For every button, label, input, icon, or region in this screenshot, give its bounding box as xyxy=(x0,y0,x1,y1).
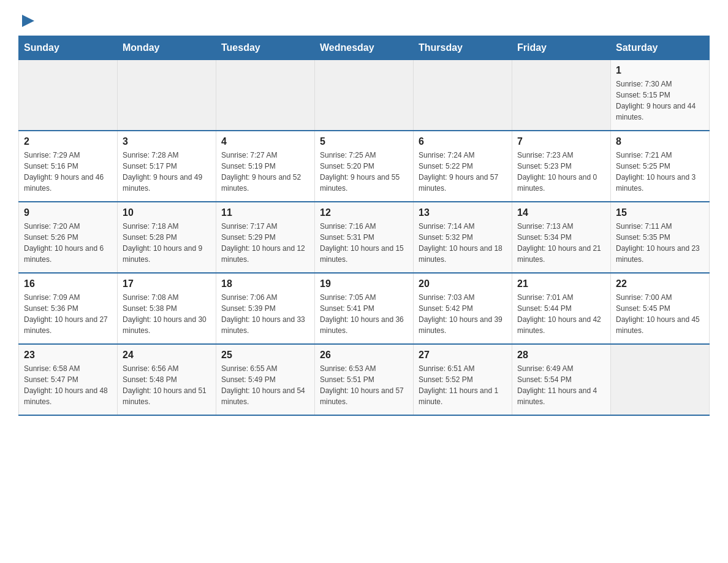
calendar-cell: 13Sunrise: 7:14 AMSunset: 5:32 PMDayligh… xyxy=(414,202,512,273)
column-header-thursday: Thursday xyxy=(414,36,512,60)
calendar-cell: 10Sunrise: 7:18 AMSunset: 5:28 PMDayligh… xyxy=(118,202,216,273)
calendar-cell: 7Sunrise: 7:23 AMSunset: 5:23 PMDaylight… xyxy=(512,131,611,202)
calendar-table: SundayMondayTuesdayWednesdayThursdayFrid… xyxy=(18,36,710,416)
day-number: 15 xyxy=(616,207,704,218)
calendar-cell: 11Sunrise: 7:17 AMSunset: 5:29 PMDayligh… xyxy=(216,202,315,273)
day-header-row: SundayMondayTuesdayWednesdayThursdayFrid… xyxy=(19,36,710,60)
calendar-cell: 4Sunrise: 7:27 AMSunset: 5:19 PMDaylight… xyxy=(216,131,315,202)
calendar-header: SundayMondayTuesdayWednesdayThursdayFrid… xyxy=(19,36,710,60)
calendar-cell xyxy=(216,60,315,131)
column-header-sunday: Sunday xyxy=(19,36,118,60)
calendar-cell xyxy=(19,60,118,131)
week-row-3: 9Sunrise: 7:20 AMSunset: 5:26 PMDaylight… xyxy=(19,202,710,273)
day-number: 9 xyxy=(24,207,112,218)
day-number: 5 xyxy=(320,136,408,147)
calendar-cell: 9Sunrise: 7:20 AMSunset: 5:26 PMDaylight… xyxy=(19,202,118,273)
calendar-cell xyxy=(414,60,512,131)
day-number: 28 xyxy=(517,350,605,361)
day-info: Sunrise: 6:51 AMSunset: 5:52 PMDaylight:… xyxy=(419,363,507,407)
day-number: 26 xyxy=(320,350,408,361)
calendar-cell: 17Sunrise: 7:08 AMSunset: 5:38 PMDayligh… xyxy=(118,273,216,344)
calendar-cell xyxy=(315,60,414,131)
day-number: 13 xyxy=(419,207,507,218)
calendar-cell: 5Sunrise: 7:25 AMSunset: 5:20 PMDaylight… xyxy=(315,131,414,202)
calendar-cell: 8Sunrise: 7:21 AMSunset: 5:25 PMDaylight… xyxy=(611,131,710,202)
calendar-cell: 23Sunrise: 6:58 AMSunset: 5:47 PMDayligh… xyxy=(19,344,118,415)
calendar-cell: 1Sunrise: 7:30 AMSunset: 5:15 PMDaylight… xyxy=(611,60,710,131)
column-header-tuesday: Tuesday xyxy=(216,36,315,60)
day-number: 8 xyxy=(616,136,704,147)
column-header-wednesday: Wednesday xyxy=(315,36,414,60)
day-number: 22 xyxy=(616,278,704,289)
day-info: Sunrise: 6:49 AMSunset: 5:54 PMDaylight:… xyxy=(517,363,605,407)
day-info: Sunrise: 7:21 AMSunset: 5:25 PMDaylight:… xyxy=(616,150,704,194)
calendar-cell: 26Sunrise: 6:53 AMSunset: 5:51 PMDayligh… xyxy=(315,344,414,415)
day-info: Sunrise: 7:08 AMSunset: 5:38 PMDaylight:… xyxy=(123,292,211,336)
day-info: Sunrise: 7:11 AMSunset: 5:35 PMDaylight:… xyxy=(616,221,704,265)
calendar-cell xyxy=(512,60,611,131)
day-info: Sunrise: 7:27 AMSunset: 5:19 PMDaylight:… xyxy=(221,150,309,194)
day-info: Sunrise: 7:23 AMSunset: 5:23 PMDaylight:… xyxy=(517,150,605,194)
day-info: Sunrise: 7:09 AMSunset: 5:36 PMDaylight:… xyxy=(24,292,112,336)
day-number: 24 xyxy=(123,350,211,361)
day-info: Sunrise: 7:13 AMSunset: 5:34 PMDaylight:… xyxy=(517,221,605,265)
calendar-cell: 22Sunrise: 7:00 AMSunset: 5:45 PMDayligh… xyxy=(611,273,710,344)
page-header xyxy=(18,12,710,29)
week-row-4: 16Sunrise: 7:09 AMSunset: 5:36 PMDayligh… xyxy=(19,273,710,344)
calendar-cell: 12Sunrise: 7:16 AMSunset: 5:31 PMDayligh… xyxy=(315,202,414,273)
week-row-1: 1Sunrise: 7:30 AMSunset: 5:15 PMDaylight… xyxy=(19,60,710,131)
day-info: Sunrise: 7:00 AMSunset: 5:45 PMDaylight:… xyxy=(616,292,704,336)
svg-marker-0 xyxy=(22,15,34,27)
calendar-cell: 14Sunrise: 7:13 AMSunset: 5:34 PMDayligh… xyxy=(512,202,611,273)
day-info: Sunrise: 7:05 AMSunset: 5:41 PMDaylight:… xyxy=(320,292,408,336)
day-info: Sunrise: 7:28 AMSunset: 5:17 PMDaylight:… xyxy=(123,150,211,194)
day-info: Sunrise: 6:55 AMSunset: 5:49 PMDaylight:… xyxy=(221,363,309,407)
calendar-body: 1Sunrise: 7:30 AMSunset: 5:15 PMDaylight… xyxy=(19,60,710,416)
day-info: Sunrise: 6:56 AMSunset: 5:48 PMDaylight:… xyxy=(123,363,211,407)
day-number: 7 xyxy=(517,136,605,147)
calendar-cell: 21Sunrise: 7:01 AMSunset: 5:44 PMDayligh… xyxy=(512,273,611,344)
calendar-cell: 28Sunrise: 6:49 AMSunset: 5:54 PMDayligh… xyxy=(512,344,611,415)
day-number: 19 xyxy=(320,278,408,289)
day-info: Sunrise: 7:14 AMSunset: 5:32 PMDaylight:… xyxy=(419,221,507,265)
day-number: 17 xyxy=(123,278,211,289)
day-number: 2 xyxy=(24,136,112,147)
calendar-cell: 16Sunrise: 7:09 AMSunset: 5:36 PMDayligh… xyxy=(19,273,118,344)
day-number: 11 xyxy=(221,207,309,218)
day-number: 4 xyxy=(221,136,309,147)
day-number: 6 xyxy=(419,136,507,147)
day-number: 18 xyxy=(221,278,309,289)
calendar-cell: 15Sunrise: 7:11 AMSunset: 5:35 PMDayligh… xyxy=(611,202,710,273)
day-info: Sunrise: 7:25 AMSunset: 5:20 PMDaylight:… xyxy=(320,150,408,194)
calendar-cell: 18Sunrise: 7:06 AMSunset: 5:39 PMDayligh… xyxy=(216,273,315,344)
day-info: Sunrise: 7:03 AMSunset: 5:42 PMDaylight:… xyxy=(419,292,507,336)
day-number: 20 xyxy=(419,278,507,289)
day-info: Sunrise: 7:20 AMSunset: 5:26 PMDaylight:… xyxy=(24,221,112,265)
column-header-monday: Monday xyxy=(118,36,216,60)
logo xyxy=(18,12,37,29)
day-info: Sunrise: 6:53 AMSunset: 5:51 PMDaylight:… xyxy=(320,363,408,407)
calendar-cell: 19Sunrise: 7:05 AMSunset: 5:41 PMDayligh… xyxy=(315,273,414,344)
column-header-saturday: Saturday xyxy=(611,36,710,60)
day-number: 27 xyxy=(419,350,507,361)
calendar-cell: 24Sunrise: 6:56 AMSunset: 5:48 PMDayligh… xyxy=(118,344,216,415)
week-row-2: 2Sunrise: 7:29 AMSunset: 5:16 PMDaylight… xyxy=(19,131,710,202)
day-info: Sunrise: 7:30 AMSunset: 5:15 PMDaylight:… xyxy=(616,79,704,123)
calendar-cell: 20Sunrise: 7:03 AMSunset: 5:42 PMDayligh… xyxy=(414,273,512,344)
week-row-5: 23Sunrise: 6:58 AMSunset: 5:47 PMDayligh… xyxy=(19,344,710,415)
day-number: 21 xyxy=(517,278,605,289)
day-number: 16 xyxy=(24,278,112,289)
day-info: Sunrise: 7:17 AMSunset: 5:29 PMDaylight:… xyxy=(221,221,309,265)
logo-icon xyxy=(20,12,37,29)
column-header-friday: Friday xyxy=(512,36,611,60)
day-number: 12 xyxy=(320,207,408,218)
day-info: Sunrise: 6:58 AMSunset: 5:47 PMDaylight:… xyxy=(24,363,112,407)
day-info: Sunrise: 7:01 AMSunset: 5:44 PMDaylight:… xyxy=(517,292,605,336)
day-number: 10 xyxy=(123,207,211,218)
calendar-cell xyxy=(611,344,710,415)
day-number: 14 xyxy=(517,207,605,218)
day-number: 3 xyxy=(123,136,211,147)
day-number: 25 xyxy=(221,350,309,361)
calendar-cell: 25Sunrise: 6:55 AMSunset: 5:49 PMDayligh… xyxy=(216,344,315,415)
calendar-cell xyxy=(118,60,216,131)
